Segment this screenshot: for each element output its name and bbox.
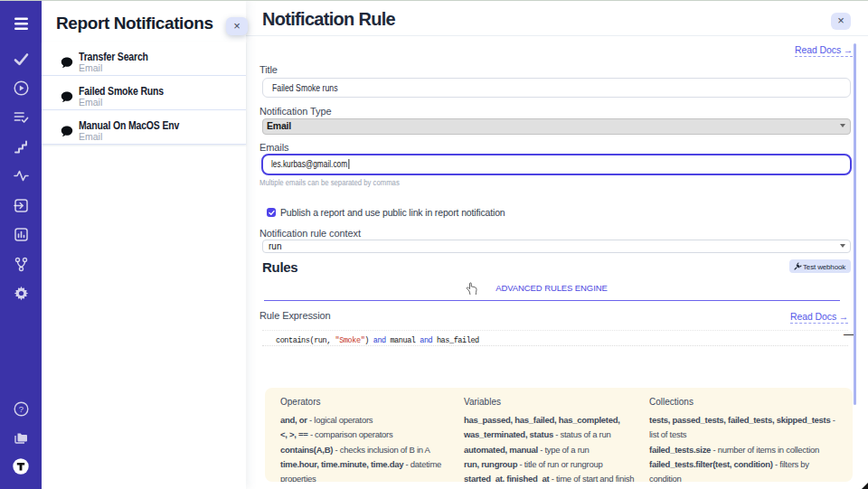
svg-text:?: ? bbox=[18, 404, 23, 414]
